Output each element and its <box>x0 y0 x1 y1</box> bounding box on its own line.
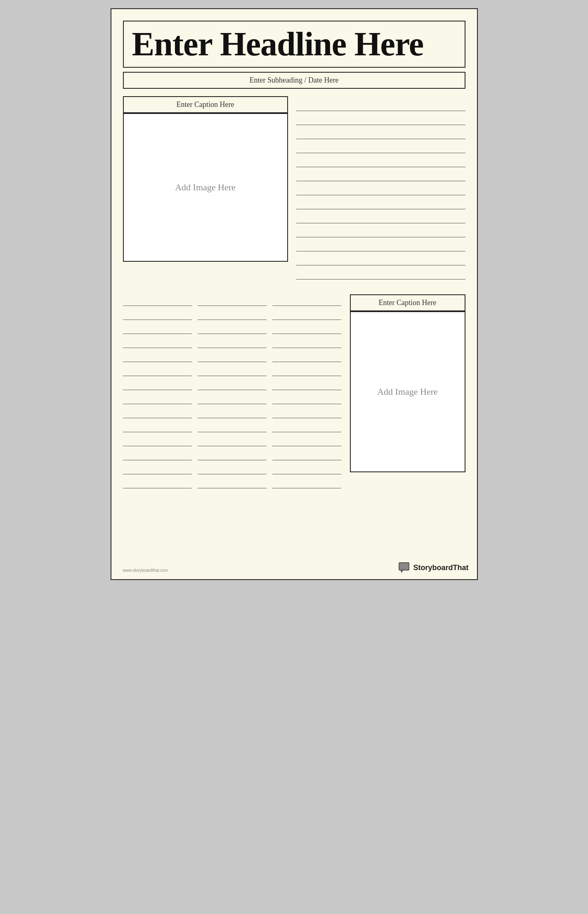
text-line <box>123 322 192 334</box>
text-line <box>296 254 465 265</box>
text-line <box>272 435 341 446</box>
text-line <box>123 365 192 376</box>
text-line <box>272 393 341 404</box>
top-left-column: Enter Caption Here Add Image Here <box>123 96 288 282</box>
brand-name-part1: Storyboard <box>413 564 453 572</box>
newspaper-layout: Enter Headline Here Enter Subheading / D… <box>111 8 478 580</box>
bottom-image-box[interactable]: Add Image Here <box>350 311 465 472</box>
text-line <box>272 294 341 306</box>
text-line <box>296 128 465 139</box>
text-line <box>296 212 465 223</box>
text-line <box>272 407 341 418</box>
text-line <box>198 407 267 418</box>
headline-box[interactable]: Enter Headline Here <box>123 21 465 68</box>
storyboard-icon <box>398 562 411 573</box>
text-line <box>272 336 341 348</box>
text-line <box>198 421 267 432</box>
text-line <box>198 393 267 404</box>
text-line <box>272 421 341 432</box>
text-line <box>123 449 192 460</box>
text-line <box>123 379 192 390</box>
text-line <box>198 435 267 446</box>
bottom-right-column: Enter Caption Here Add Image Here <box>350 294 465 491</box>
text-line <box>123 350 192 362</box>
top-caption-box[interactable]: Enter Caption Here <box>123 96 288 113</box>
subheading-text: Enter Subheading / Date Here <box>250 76 339 84</box>
text-line <box>123 393 192 404</box>
top-image-box[interactable]: Add Image Here <box>123 113 288 262</box>
text-line <box>272 463 341 474</box>
brand-name: StoryboardThat <box>413 564 468 572</box>
brand-logo: StoryboardThat <box>398 562 468 573</box>
text-line <box>198 322 267 334</box>
bottom-image-placeholder: Add Image Here <box>377 386 438 397</box>
bottom-section: Enter Caption Here Add Image Here <box>123 294 465 491</box>
headline-text: Enter Headline Here <box>132 26 456 62</box>
text-line <box>272 379 341 390</box>
text-line <box>296 240 465 251</box>
top-caption-text: Enter Caption Here <box>177 100 234 109</box>
brand-website: www.storyboardthat.com <box>123 568 168 573</box>
text-line <box>123 477 192 488</box>
text-line <box>296 156 465 167</box>
text-line <box>198 449 267 460</box>
text-line <box>198 350 267 362</box>
text-line <box>123 463 192 474</box>
text-line <box>123 435 192 446</box>
bottom-caption-box[interactable]: Enter Caption Here <box>350 294 465 311</box>
top-section: Enter Caption Here Add Image Here <box>123 96 465 282</box>
text-line <box>296 198 465 209</box>
text-line <box>198 308 267 320</box>
text-line <box>123 308 192 320</box>
branding-area: StoryboardThat <box>398 562 468 573</box>
svg-marker-1 <box>401 571 403 573</box>
top-right-column <box>296 96 465 282</box>
text-line <box>123 407 192 418</box>
text-line <box>123 294 192 306</box>
text-line <box>272 365 341 376</box>
text-line <box>296 142 465 153</box>
bottom-caption-text: Enter Caption Here <box>379 298 437 307</box>
text-line <box>123 336 192 348</box>
bottom-left-column <box>123 294 342 491</box>
text-line <box>296 226 465 237</box>
text-line <box>272 350 341 362</box>
text-line <box>272 322 341 334</box>
text-line <box>296 184 465 195</box>
text-line <box>198 379 267 390</box>
text-line <box>296 170 465 181</box>
text-line <box>198 294 267 306</box>
brand-name-part2: That <box>453 564 469 572</box>
text-line <box>296 114 465 125</box>
text-line <box>296 268 465 279</box>
text-line <box>296 99 465 111</box>
svg-rect-2 <box>399 563 409 570</box>
text-line <box>198 365 267 376</box>
text-line <box>272 477 341 488</box>
text-line <box>123 421 192 432</box>
three-col-lines <box>123 294 342 491</box>
text-line <box>198 477 267 488</box>
text-line <box>198 336 267 348</box>
text-line <box>198 463 267 474</box>
text-line <box>272 449 341 460</box>
text-line <box>272 308 341 320</box>
top-image-placeholder: Add Image Here <box>175 182 236 193</box>
subheading-box[interactable]: Enter Subheading / Date Here <box>123 72 465 89</box>
